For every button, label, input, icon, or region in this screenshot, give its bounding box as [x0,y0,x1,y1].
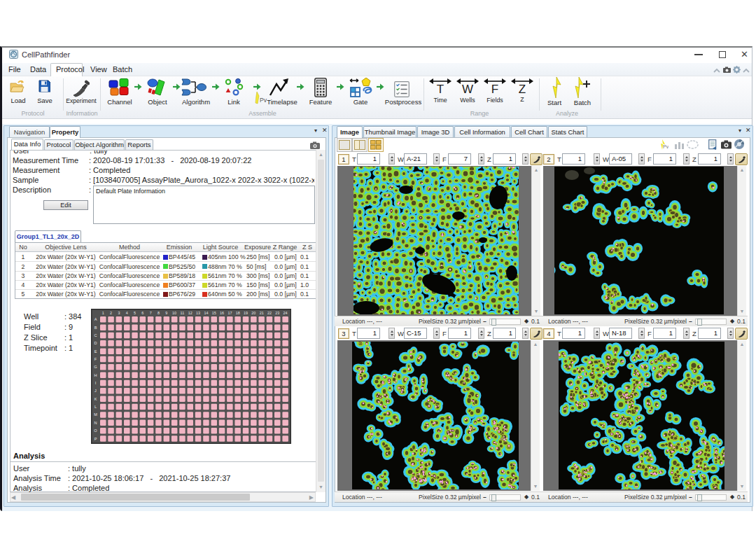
svg-text:E: E [94,349,97,354]
svg-text:L: L [94,405,97,409]
svg-text:3: 3 [118,311,120,315]
svg-text:5: 5 [134,311,136,315]
svg-text:10: 10 [172,311,176,315]
svg-text:P: P [94,437,97,441]
svg-text:1: 1 [102,311,104,315]
svg-text:20: 20 [251,311,255,315]
svg-text:H: H [94,373,97,377]
svg-text:B: B [94,326,97,330]
svg-text:D: D [94,341,97,345]
svg-text:18: 18 [236,311,240,315]
svg-text:13: 13 [196,311,200,315]
svg-text:12: 12 [188,311,192,315]
svg-text:Pv: Pv [663,144,668,149]
svg-text:8: 8 [158,311,160,315]
svg-text:11: 11 [181,311,185,315]
svg-text:9: 9 [165,311,167,315]
svg-text:17: 17 [227,311,232,315]
svg-text:6: 6 [141,311,144,315]
svg-text:23: 23 [275,311,279,315]
svg-text:16: 16 [220,311,224,315]
svg-text:24: 24 [284,311,288,315]
svg-text:A: A [94,317,97,321]
svg-text:N: N [94,421,97,425]
svg-text:F: F [94,357,97,361]
svg-text:2: 2 [110,311,112,315]
svg-text:K: K [94,397,97,401]
svg-text:O: O [94,428,97,433]
svg-text:G: G [94,365,97,369]
svg-text:J: J [94,389,97,393]
svg-text:M: M [94,412,97,417]
svg-text:21: 21 [260,311,264,315]
svg-text:4: 4 [126,311,128,315]
svg-text:7: 7 [150,311,152,315]
svg-text:15: 15 [212,311,216,315]
svg-text:19: 19 [244,311,248,315]
svg-text:C: C [94,333,97,337]
svg-text:14: 14 [204,311,208,315]
svg-text:22: 22 [267,311,272,315]
